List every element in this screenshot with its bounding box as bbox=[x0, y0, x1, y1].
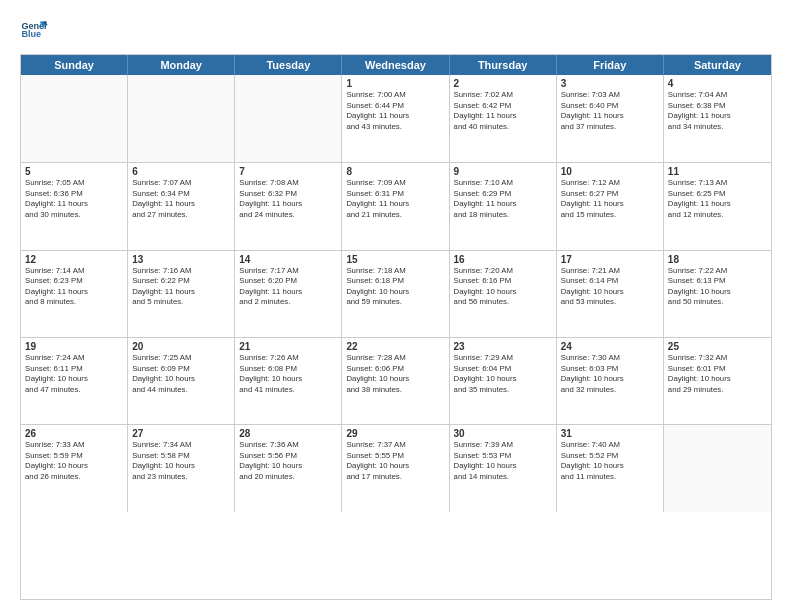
day-info: Sunrise: 7:26 AM Sunset: 6:08 PM Dayligh… bbox=[239, 353, 337, 395]
weekday-header-wednesday: Wednesday bbox=[342, 55, 449, 75]
day-info: Sunrise: 7:12 AM Sunset: 6:27 PM Dayligh… bbox=[561, 178, 659, 220]
day-info: Sunrise: 7:39 AM Sunset: 5:53 PM Dayligh… bbox=[454, 440, 552, 482]
day-number: 6 bbox=[132, 166, 230, 177]
day-number: 20 bbox=[132, 341, 230, 352]
calendar-row-3: 12Sunrise: 7:14 AM Sunset: 6:23 PM Dayli… bbox=[21, 250, 771, 337]
day-number: 7 bbox=[239, 166, 337, 177]
weekday-header-thursday: Thursday bbox=[450, 55, 557, 75]
day-number: 19 bbox=[25, 341, 123, 352]
day-number: 16 bbox=[454, 254, 552, 265]
logo: General Blue bbox=[20, 16, 48, 44]
day-cell-2: 2Sunrise: 7:02 AM Sunset: 6:42 PM Daylig… bbox=[450, 75, 557, 162]
day-info: Sunrise: 7:25 AM Sunset: 6:09 PM Dayligh… bbox=[132, 353, 230, 395]
day-info: Sunrise: 7:36 AM Sunset: 5:56 PM Dayligh… bbox=[239, 440, 337, 482]
day-cell-1: 1Sunrise: 7:00 AM Sunset: 6:44 PM Daylig… bbox=[342, 75, 449, 162]
day-info: Sunrise: 7:17 AM Sunset: 6:20 PM Dayligh… bbox=[239, 266, 337, 308]
day-number: 5 bbox=[25, 166, 123, 177]
day-info: Sunrise: 7:29 AM Sunset: 6:04 PM Dayligh… bbox=[454, 353, 552, 395]
day-number: 17 bbox=[561, 254, 659, 265]
day-cell-18: 18Sunrise: 7:22 AM Sunset: 6:13 PM Dayli… bbox=[664, 251, 771, 337]
day-cell-12: 12Sunrise: 7:14 AM Sunset: 6:23 PM Dayli… bbox=[21, 251, 128, 337]
day-number: 18 bbox=[668, 254, 767, 265]
day-info: Sunrise: 7:13 AM Sunset: 6:25 PM Dayligh… bbox=[668, 178, 767, 220]
day-number: 23 bbox=[454, 341, 552, 352]
day-number: 4 bbox=[668, 78, 767, 89]
day-cell-24: 24Sunrise: 7:30 AM Sunset: 6:03 PM Dayli… bbox=[557, 338, 664, 424]
day-cell-16: 16Sunrise: 7:20 AM Sunset: 6:16 PM Dayli… bbox=[450, 251, 557, 337]
day-cell-3: 3Sunrise: 7:03 AM Sunset: 6:40 PM Daylig… bbox=[557, 75, 664, 162]
day-number: 3 bbox=[561, 78, 659, 89]
day-cell-empty bbox=[21, 75, 128, 162]
day-number: 27 bbox=[132, 428, 230, 439]
page: General Blue SundayMondayTuesdayWednesda… bbox=[0, 0, 792, 612]
day-number: 15 bbox=[346, 254, 444, 265]
calendar-row-1: 1Sunrise: 7:00 AM Sunset: 6:44 PM Daylig… bbox=[21, 75, 771, 162]
day-number: 9 bbox=[454, 166, 552, 177]
calendar-row-4: 19Sunrise: 7:24 AM Sunset: 6:11 PM Dayli… bbox=[21, 337, 771, 424]
day-number: 10 bbox=[561, 166, 659, 177]
day-info: Sunrise: 7:21 AM Sunset: 6:14 PM Dayligh… bbox=[561, 266, 659, 308]
day-info: Sunrise: 7:16 AM Sunset: 6:22 PM Dayligh… bbox=[132, 266, 230, 308]
day-cell-empty bbox=[664, 425, 771, 511]
day-info: Sunrise: 7:33 AM Sunset: 5:59 PM Dayligh… bbox=[25, 440, 123, 482]
day-info: Sunrise: 7:30 AM Sunset: 6:03 PM Dayligh… bbox=[561, 353, 659, 395]
calendar-row-2: 5Sunrise: 7:05 AM Sunset: 6:36 PM Daylig… bbox=[21, 162, 771, 249]
calendar: SundayMondayTuesdayWednesdayThursdayFrid… bbox=[20, 54, 772, 600]
day-cell-empty bbox=[235, 75, 342, 162]
day-cell-22: 22Sunrise: 7:28 AM Sunset: 6:06 PM Dayli… bbox=[342, 338, 449, 424]
day-number: 26 bbox=[25, 428, 123, 439]
day-info: Sunrise: 7:04 AM Sunset: 6:38 PM Dayligh… bbox=[668, 90, 767, 132]
day-number: 1 bbox=[346, 78, 444, 89]
svg-text:Blue: Blue bbox=[21, 29, 41, 39]
day-info: Sunrise: 7:14 AM Sunset: 6:23 PM Dayligh… bbox=[25, 266, 123, 308]
day-info: Sunrise: 7:07 AM Sunset: 6:34 PM Dayligh… bbox=[132, 178, 230, 220]
day-number: 14 bbox=[239, 254, 337, 265]
day-cell-11: 11Sunrise: 7:13 AM Sunset: 6:25 PM Dayli… bbox=[664, 163, 771, 249]
day-info: Sunrise: 7:05 AM Sunset: 6:36 PM Dayligh… bbox=[25, 178, 123, 220]
day-number: 11 bbox=[668, 166, 767, 177]
day-cell-15: 15Sunrise: 7:18 AM Sunset: 6:18 PM Dayli… bbox=[342, 251, 449, 337]
day-number: 2 bbox=[454, 78, 552, 89]
day-cell-30: 30Sunrise: 7:39 AM Sunset: 5:53 PM Dayli… bbox=[450, 425, 557, 511]
day-cell-26: 26Sunrise: 7:33 AM Sunset: 5:59 PM Dayli… bbox=[21, 425, 128, 511]
day-info: Sunrise: 7:34 AM Sunset: 5:58 PM Dayligh… bbox=[132, 440, 230, 482]
header: General Blue bbox=[20, 16, 772, 44]
day-cell-28: 28Sunrise: 7:36 AM Sunset: 5:56 PM Dayli… bbox=[235, 425, 342, 511]
day-info: Sunrise: 7:20 AM Sunset: 6:16 PM Dayligh… bbox=[454, 266, 552, 308]
weekday-header-monday: Monday bbox=[128, 55, 235, 75]
day-number: 22 bbox=[346, 341, 444, 352]
day-info: Sunrise: 7:02 AM Sunset: 6:42 PM Dayligh… bbox=[454, 90, 552, 132]
day-info: Sunrise: 7:10 AM Sunset: 6:29 PM Dayligh… bbox=[454, 178, 552, 220]
day-number: 12 bbox=[25, 254, 123, 265]
calendar-body: 1Sunrise: 7:00 AM Sunset: 6:44 PM Daylig… bbox=[21, 75, 771, 599]
day-info: Sunrise: 7:28 AM Sunset: 6:06 PM Dayligh… bbox=[346, 353, 444, 395]
day-cell-6: 6Sunrise: 7:07 AM Sunset: 6:34 PM Daylig… bbox=[128, 163, 235, 249]
weekday-header-tuesday: Tuesday bbox=[235, 55, 342, 75]
weekday-header-friday: Friday bbox=[557, 55, 664, 75]
day-number: 25 bbox=[668, 341, 767, 352]
day-number: 30 bbox=[454, 428, 552, 439]
day-number: 28 bbox=[239, 428, 337, 439]
day-info: Sunrise: 7:03 AM Sunset: 6:40 PM Dayligh… bbox=[561, 90, 659, 132]
day-cell-9: 9Sunrise: 7:10 AM Sunset: 6:29 PM Daylig… bbox=[450, 163, 557, 249]
day-number: 24 bbox=[561, 341, 659, 352]
day-cell-27: 27Sunrise: 7:34 AM Sunset: 5:58 PM Dayli… bbox=[128, 425, 235, 511]
day-info: Sunrise: 7:08 AM Sunset: 6:32 PM Dayligh… bbox=[239, 178, 337, 220]
day-cell-17: 17Sunrise: 7:21 AM Sunset: 6:14 PM Dayli… bbox=[557, 251, 664, 337]
day-cell-20: 20Sunrise: 7:25 AM Sunset: 6:09 PM Dayli… bbox=[128, 338, 235, 424]
day-cell-31: 31Sunrise: 7:40 AM Sunset: 5:52 PM Dayli… bbox=[557, 425, 664, 511]
day-cell-29: 29Sunrise: 7:37 AM Sunset: 5:55 PM Dayli… bbox=[342, 425, 449, 511]
day-cell-5: 5Sunrise: 7:05 AM Sunset: 6:36 PM Daylig… bbox=[21, 163, 128, 249]
day-number: 29 bbox=[346, 428, 444, 439]
calendar-row-5: 26Sunrise: 7:33 AM Sunset: 5:59 PM Dayli… bbox=[21, 424, 771, 511]
day-info: Sunrise: 7:24 AM Sunset: 6:11 PM Dayligh… bbox=[25, 353, 123, 395]
day-info: Sunrise: 7:22 AM Sunset: 6:13 PM Dayligh… bbox=[668, 266, 767, 308]
day-cell-19: 19Sunrise: 7:24 AM Sunset: 6:11 PM Dayli… bbox=[21, 338, 128, 424]
calendar-header: SundayMondayTuesdayWednesdayThursdayFrid… bbox=[21, 55, 771, 75]
day-cell-21: 21Sunrise: 7:26 AM Sunset: 6:08 PM Dayli… bbox=[235, 338, 342, 424]
day-cell-7: 7Sunrise: 7:08 AM Sunset: 6:32 PM Daylig… bbox=[235, 163, 342, 249]
weekday-header-saturday: Saturday bbox=[664, 55, 771, 75]
day-number: 13 bbox=[132, 254, 230, 265]
day-number: 31 bbox=[561, 428, 659, 439]
day-cell-23: 23Sunrise: 7:29 AM Sunset: 6:04 PM Dayli… bbox=[450, 338, 557, 424]
